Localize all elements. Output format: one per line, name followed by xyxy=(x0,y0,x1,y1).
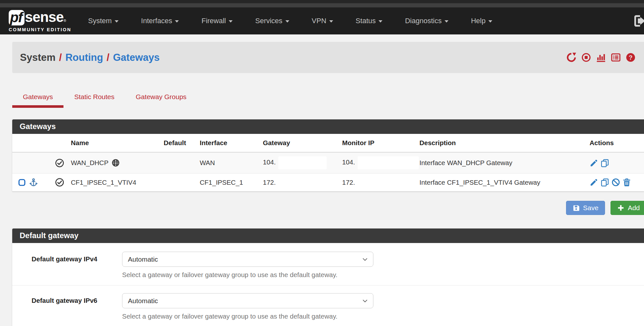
main-menu: System Interfaces Firewall Services VPN … xyxy=(88,17,515,25)
col-select xyxy=(12,134,52,152)
row1-monitor-cell: 104. xyxy=(339,152,416,173)
window-top-strip xyxy=(0,0,644,3)
log-icon[interactable] xyxy=(611,52,621,62)
default-gateway-panel: Default gateway Default gateway IPv4 Aut… xyxy=(12,228,644,326)
col-interface: Interface xyxy=(197,134,260,152)
chevron-down-icon xyxy=(379,20,382,23)
tab-static-routes[interactable]: Static Routes xyxy=(63,89,125,108)
copy-icon[interactable] xyxy=(601,159,609,167)
default-gateway-panel-title: Default gateway xyxy=(12,228,644,243)
row2-monitor-cell: 172. xyxy=(339,173,416,191)
save-icon xyxy=(572,204,580,212)
col-description: Description xyxy=(416,134,586,152)
logo-pf: pf xyxy=(9,10,24,25)
default-gateway-ipv4-row: Default gateway IPv4 Automatic Select a … xyxy=(12,243,644,285)
copy-icon[interactable] xyxy=(601,178,609,187)
menu-status[interactable]: Status xyxy=(356,17,382,25)
form-actions: Save Add xyxy=(0,201,644,215)
breadcrumb-gateways-link[interactable]: Gateways xyxy=(113,52,160,63)
default-gateway-ipv4-select[interactable]: Automatic xyxy=(122,252,373,267)
table-row: CF1_IPSEC_1_VTIV4 CF1_IPSEC_1 172. 172. … xyxy=(12,173,644,191)
page-header-actions: ? xyxy=(566,52,636,62)
row2-default-cell xyxy=(160,173,197,191)
save-button[interactable]: Save xyxy=(566,201,605,215)
tab-gateways[interactable]: Gateways xyxy=(12,89,63,108)
chevron-down-icon xyxy=(285,20,289,23)
redacted-value xyxy=(278,156,327,169)
chevron-down-icon xyxy=(329,20,333,23)
chevron-down-icon xyxy=(175,20,179,23)
refresh-icon[interactable] xyxy=(566,52,576,62)
edit-icon[interactable] xyxy=(590,178,598,187)
gateways-table: Name Default Interface Gateway Monitor I… xyxy=(12,134,644,191)
table-header-row: Name Default Interface Gateway Monitor I… xyxy=(12,134,644,152)
chart-icon[interactable] xyxy=(596,52,606,62)
add-button[interactable]: Add xyxy=(610,201,644,215)
breadcrumb-system: System xyxy=(20,52,55,63)
ipv4-help-text: Select a gateway or failover gateway gro… xyxy=(122,271,644,279)
menu-diagnostics[interactable]: Diagnostics xyxy=(405,17,448,25)
col-gateway: Gateway xyxy=(260,134,339,152)
delete-icon[interactable] xyxy=(622,178,631,187)
row1-select-cell xyxy=(12,152,52,173)
col-monitor-ip: Monitor IP xyxy=(339,134,416,152)
col-actions: Actions xyxy=(586,134,644,152)
menu-interfaces[interactable]: Interfaces xyxy=(141,17,179,25)
check-circle-icon xyxy=(55,158,64,168)
svg-text:?: ? xyxy=(629,54,633,61)
gateways-panel-title: Gateways xyxy=(12,119,644,134)
row2-description-cell: Interface CF1_IPSEC_1_VTIV4 Gateway xyxy=(416,173,586,191)
pfsense-logo[interactable]: pf sense ® COMMUNITY EDITION xyxy=(9,10,71,32)
edit-icon[interactable] xyxy=(590,159,598,167)
checkbox-icon[interactable] xyxy=(18,179,26,186)
col-name: Name xyxy=(68,134,160,152)
row1-name-cell: WAN_DHCP xyxy=(68,152,160,173)
row2-name-cell: CF1_IPSEC_1_VTIV4 xyxy=(68,173,160,191)
chevron-down-icon xyxy=(229,20,233,23)
row1-interface-cell: WAN xyxy=(197,152,260,173)
breadcrumb: System / Routing / Gateways xyxy=(20,52,159,63)
menu-system[interactable]: System xyxy=(88,17,118,25)
default-gateway-ipv6-select[interactable]: Automatic xyxy=(122,293,373,308)
disable-icon[interactable] xyxy=(611,178,620,187)
chevron-down-icon xyxy=(115,20,119,23)
stop-icon[interactable] xyxy=(581,52,591,62)
chevron-down-icon xyxy=(488,20,492,23)
gateways-panel: Gateways Name Default Interface Gateway … xyxy=(12,119,644,191)
row2-select-cell xyxy=(12,173,52,191)
ipv6-label: Default gateway IPv6 xyxy=(12,293,122,320)
redacted-value xyxy=(358,156,419,169)
breadcrumb-separator: / xyxy=(107,52,110,63)
row2-interface-cell: CF1_IPSEC_1 xyxy=(197,173,260,191)
menu-firewall[interactable]: Firewall xyxy=(201,17,233,25)
menu-help[interactable]: Help xyxy=(471,17,492,25)
row1-description-cell: Interface WAN_DHCP Gateway xyxy=(416,152,586,173)
window-title-strip xyxy=(0,3,644,7)
row2-gateway-cell: 172. xyxy=(260,173,339,191)
menu-vpn[interactable]: VPN xyxy=(312,17,333,25)
menu-services[interactable]: Services xyxy=(255,17,289,25)
chevron-down-icon xyxy=(445,20,448,23)
tab-gateway-groups[interactable]: Gateway Groups xyxy=(125,89,197,108)
ipv6-help-text: Select a gateway or failover gateway gro… xyxy=(122,312,644,320)
row2-status-cell xyxy=(52,173,68,191)
help-icon[interactable]: ? xyxy=(626,52,636,62)
breadcrumb-separator: / xyxy=(59,52,62,63)
logo-edition: COMMUNITY EDITION xyxy=(9,27,71,32)
top-navbar: pf sense ® COMMUNITY EDITION System Inte… xyxy=(0,7,644,34)
row1-default-cell xyxy=(160,152,197,173)
routing-tabs: Gateways Static Routes Gateway Groups xyxy=(12,89,644,108)
col-status xyxy=(52,134,68,152)
sign-out-icon[interactable] xyxy=(633,14,644,29)
row2-actions-cell xyxy=(586,173,644,191)
gateway-name: WAN_DHCP xyxy=(71,159,109,167)
anchor-icon xyxy=(29,178,38,187)
logo-registered-mark: ® xyxy=(63,19,66,23)
col-default: Default xyxy=(160,134,197,152)
row1-actions-cell xyxy=(586,152,644,173)
logo-sense: sense xyxy=(25,10,64,24)
default-gateway-ipv6-row: Default gateway IPv6 Automatic Select a … xyxy=(12,285,644,326)
globe-icon xyxy=(111,158,120,167)
breadcrumb-routing-link[interactable]: Routing xyxy=(65,52,103,63)
plus-icon xyxy=(617,204,625,212)
